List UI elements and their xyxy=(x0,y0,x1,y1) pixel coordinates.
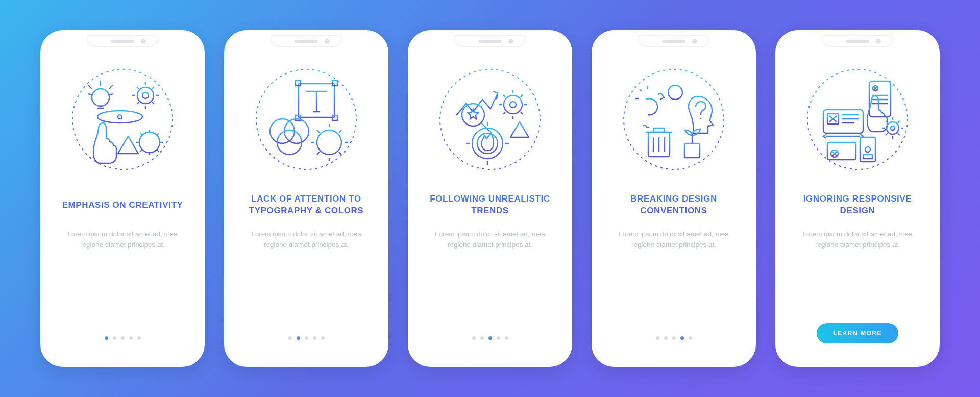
svg-point-20 xyxy=(510,102,516,108)
svg-rect-26 xyxy=(684,143,700,158)
svg-point-18 xyxy=(462,104,484,126)
onboarding-screen: IGNORING RESPONSIVE DESIGN Lorem ipsum d… xyxy=(780,35,935,362)
indicator-dot[interactable] xyxy=(113,336,116,340)
onboarding-body: Lorem ipsum dolor sit amet ad, mea regio… xyxy=(59,229,186,332)
indicator-dot[interactable] xyxy=(505,336,508,340)
onboarding-title: BREAKING DESIGN CONVENTIONS xyxy=(610,187,738,223)
svg-point-37 xyxy=(865,147,870,152)
learn-more-button[interactable]: LEARN MORE xyxy=(817,323,898,343)
svg-point-33 xyxy=(891,126,895,130)
onboarding-title: LACK OF ATTENTION TO TYPOGRAPHY & COLORS xyxy=(242,187,370,223)
svg-point-1 xyxy=(92,89,109,106)
onboarding-phone-5: IGNORING RESPONSIVE DESIGN Lorem ipsum d… xyxy=(775,30,940,367)
notch-camera xyxy=(876,39,881,44)
notch-camera xyxy=(141,39,146,44)
indicator-dot[interactable] xyxy=(497,336,500,340)
onboarding-body: Lorem ipsum dolor sit amet ad, mea regio… xyxy=(794,229,921,323)
creativity-icon xyxy=(69,66,176,173)
notch-speaker xyxy=(846,40,869,43)
indicator-dot[interactable] xyxy=(480,336,484,340)
notch-speaker xyxy=(295,40,318,43)
svg-point-14 xyxy=(284,119,309,143)
indicator-dot[interactable] xyxy=(689,336,692,340)
onboarding-phone-3: FOLLOWING UNREALISTIC TRENDS Lorem ipsum… xyxy=(408,30,572,367)
onboarding-title: EMPHASIS ON CREATIVITY xyxy=(59,187,186,223)
svg-point-2 xyxy=(137,87,154,104)
onboarding-body: Lorem ipsum dolor sit amet ad, mea regio… xyxy=(610,229,738,332)
indicator-dot[interactable] xyxy=(656,336,659,340)
onboarding-screen: BREAKING DESIGN CONVENTIONS Lorem ipsum … xyxy=(597,35,751,362)
notch-camera xyxy=(325,39,330,44)
indicator-dot[interactable] xyxy=(137,336,141,340)
indicator-dot[interactable] xyxy=(121,336,125,340)
svg-rect-38 xyxy=(863,155,872,159)
indicator-dot[interactable] xyxy=(313,336,316,340)
page-indicator xyxy=(472,332,508,343)
onboarding-screen: EMPHASIS ON CREATIVITY Lorem ipsum dolor… xyxy=(45,35,200,362)
indicator-dot[interactable] xyxy=(105,336,108,340)
onboarding-phone-4: BREAKING DESIGN CONVENTIONS Lorem ipsum … xyxy=(592,30,756,367)
indicator-dot[interactable] xyxy=(297,336,300,340)
indicator-dot[interactable] xyxy=(321,336,325,340)
onboarding-body: Lorem ipsum dolor sit amet ad, mea regio… xyxy=(242,229,370,332)
notch-speaker xyxy=(111,40,134,43)
onboarding-body: Lorem ipsum dolor sit amet ad, mea regio… xyxy=(426,229,554,332)
indicator-dot[interactable] xyxy=(672,336,676,340)
indicator-dot[interactable] xyxy=(664,336,668,340)
onboarding-screen: FOLLOWING UNREALISTIC TRENDS Lorem ipsum… xyxy=(413,35,567,362)
indicator-dot[interactable] xyxy=(680,336,684,340)
indicator-dot[interactable] xyxy=(288,336,292,340)
conventions-icon xyxy=(620,66,727,173)
page-indicator xyxy=(656,332,692,343)
notch-camera xyxy=(692,39,697,44)
onboarding-title: IGNORING RESPONSIVE DESIGN xyxy=(794,187,921,223)
indicator-dot[interactable] xyxy=(305,336,308,340)
typography-icon xyxy=(253,66,360,173)
page-indicator xyxy=(105,332,141,343)
responsive-icon xyxy=(804,66,911,173)
svg-point-13 xyxy=(270,119,295,143)
onboarding-phone-2: LACK OF ATTENTION TO TYPOGRAPHY & COLORS… xyxy=(224,30,388,367)
onboarding-phone-1: EMPHASIS ON CREATIVITY Lorem ipsum dolor… xyxy=(40,30,205,367)
svg-rect-36 xyxy=(860,137,875,162)
svg-point-17 xyxy=(440,69,540,169)
indicator-dot[interactable] xyxy=(488,336,492,340)
svg-point-23 xyxy=(624,69,724,169)
svg-point-32 xyxy=(887,122,899,134)
svg-point-3 xyxy=(142,92,149,98)
onboarding-title: FOLLOWING UNREALISTIC TRENDS xyxy=(426,187,554,223)
onboarding-screen: LACK OF ATTENTION TO TYPOGRAPHY & COLORS… xyxy=(229,35,383,362)
svg-point-19 xyxy=(504,95,522,114)
svg-point-0 xyxy=(72,69,173,169)
notch-speaker xyxy=(662,40,685,43)
page-indicator xyxy=(288,332,325,343)
svg-point-15 xyxy=(277,130,302,155)
indicator-dot[interactable] xyxy=(129,336,133,340)
notch-camera xyxy=(508,39,513,44)
notch-speaker xyxy=(478,40,502,43)
trends-icon xyxy=(436,66,544,173)
indicator-dot[interactable] xyxy=(472,336,476,340)
